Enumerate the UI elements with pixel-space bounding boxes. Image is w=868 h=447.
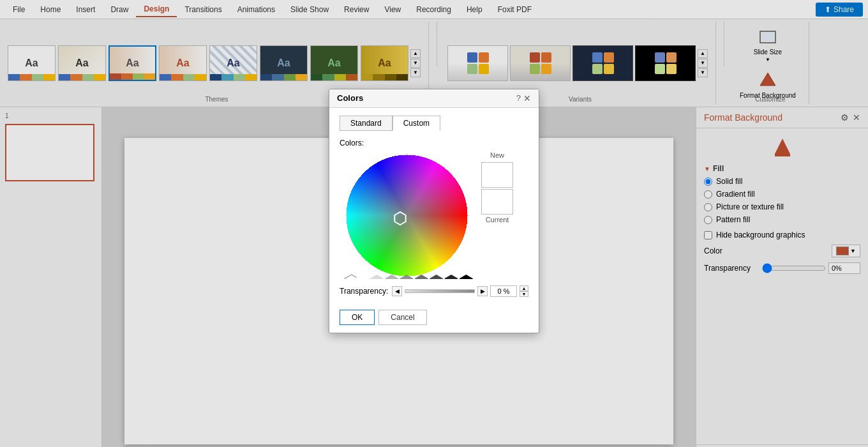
dialog-help-button[interactable]: ? [516,93,521,103]
dialog-tabs: Standard Custom [340,116,528,131]
transparency-spin-up[interactable]: ▲ [520,285,528,291]
transparency-spin: ▲ ▼ [520,285,528,297]
dialog-transparency-label: Transparency: [340,287,388,296]
new-label: New [490,151,504,159]
dialog-transparency-section: Transparency: ◀ ▶ 0 % ▲ ▼ [340,285,528,297]
custom-tab[interactable]: Custom [393,116,440,131]
ok-button[interactable]: OK [340,310,375,325]
dialog-title: Colors [337,93,363,103]
current-label: Current [486,216,509,224]
transparency-right-arrow[interactable]: ▶ [477,286,488,296]
colors-dialog: Colors ? ✕ Standard Custom Colors: New [329,89,539,333]
transparency-track[interactable] [405,289,475,293]
transparency-value-input[interactable]: 0 % [490,285,517,297]
dialog-body: Standard Custom Colors: New Current [329,108,539,305]
dialog-title-bar: Colors ? ✕ [329,89,539,108]
cancel-button[interactable]: Cancel [378,310,426,325]
transparency-controls: ◀ ▶ 0 % ▲ ▼ [392,285,528,297]
new-color-box [481,162,513,188]
color-preview: New Current [481,151,513,225]
modal-overlay: Colors ? ✕ Standard Custom Colors: New [0,0,868,447]
color-wheel-canvas[interactable] [340,151,474,279]
colors-label: Colors: [340,139,364,148]
dialog-close-button[interactable]: ✕ [523,93,531,103]
transparency-left-arrow[interactable]: ◀ [392,286,402,296]
color-wheel[interactable] [340,151,474,279]
standard-tab[interactable]: Standard [340,116,393,131]
dialog-footer: OK Cancel [329,305,539,333]
transparency-spin-down[interactable]: ▼ [520,291,528,297]
current-color-box [481,189,513,215]
color-picker-area: New Current [340,151,528,279]
